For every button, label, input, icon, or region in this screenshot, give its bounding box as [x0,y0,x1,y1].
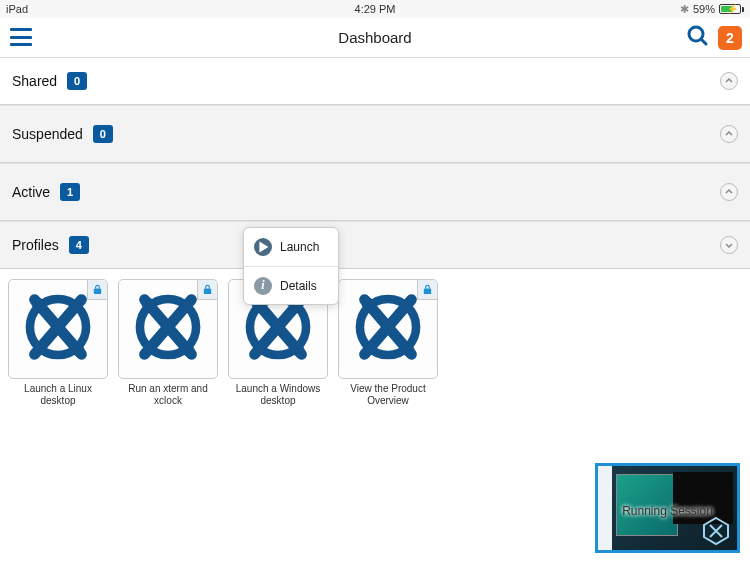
app-logo-icon [129,288,207,370]
menu-button[interactable] [10,28,32,46]
section-profiles[interactable]: Profiles 4 [0,221,750,269]
battery-icon: ⚡ [719,4,744,14]
section-title: Active [12,184,50,200]
lock-icon [417,280,437,300]
collapse-icon[interactable] [720,72,738,90]
count-badge: 0 [67,72,87,90]
svg-rect-17 [424,289,431,295]
device-label: iPad [6,3,28,15]
menu-launch[interactable]: Launch [244,228,338,266]
svg-point-7 [141,297,153,309]
count-badge: 0 [93,125,113,143]
battery-percent: 59% [693,3,715,15]
app-logo-icon [19,288,97,370]
profile-tile[interactable] [338,279,438,379]
profile-label: Launch a Windows desktop [228,383,328,407]
section-suspended[interactable]: Suspended 0 [0,105,750,163]
svg-point-8 [182,344,194,356]
collapse-icon[interactable] [720,183,738,201]
profile-tile[interactable] [8,279,108,379]
section-title: Suspended [12,126,83,142]
bluetooth-icon: ✱ [680,3,689,16]
svg-rect-5 [94,289,101,295]
context-menu: Launch i Details [243,227,339,305]
svg-point-3 [31,297,43,309]
nav-bar: Dashboard 2 [0,18,750,58]
section-active[interactable]: Active 1 [0,163,750,221]
search-button[interactable] [686,24,710,52]
expand-icon[interactable] [720,236,738,254]
section-title: Profiles [12,237,59,253]
svg-line-1 [701,39,706,44]
profile-label: View the Product Overview [338,383,438,407]
svg-point-12 [292,344,304,356]
svg-rect-9 [204,289,211,295]
section-title: Shared [12,73,57,89]
svg-point-15 [361,297,373,309]
profiles-grid: Launch a Linux desktop Run an xterm and … [0,269,750,417]
menu-label: Launch [280,240,319,254]
profile-card: View the Product Overview [338,279,438,407]
running-session-thumb[interactable]: Running Session [595,463,740,553]
lock-icon [197,280,217,300]
count-badge: 4 [69,236,89,254]
profile-tile[interactable] [118,279,218,379]
status-bar: iPad 4:29 PM ✱ 59% ⚡ [0,0,750,18]
menu-details[interactable]: i Details [244,266,338,304]
profile-card: Run an xterm and xclock [118,279,218,407]
section-shared[interactable]: Shared 0 [0,58,750,105]
page-title: Dashboard [338,29,411,46]
menu-label: Details [280,279,317,293]
svg-point-4 [72,344,84,356]
profile-label: Run an xterm and xclock [118,383,218,407]
hex-logo-icon [701,516,731,546]
info-icon: i [254,277,272,295]
lock-icon [87,280,107,300]
app-logo-icon [349,288,427,370]
play-icon [254,238,272,256]
clock: 4:29 PM [355,3,396,15]
profile-label: Launch a Linux desktop [8,383,108,407]
profile-card: Launch a Linux desktop [8,279,108,407]
collapse-icon[interactable] [720,125,738,143]
svg-point-16 [402,344,414,356]
count-badge: 1 [60,183,80,201]
notifications-badge[interactable]: 2 [718,26,742,50]
